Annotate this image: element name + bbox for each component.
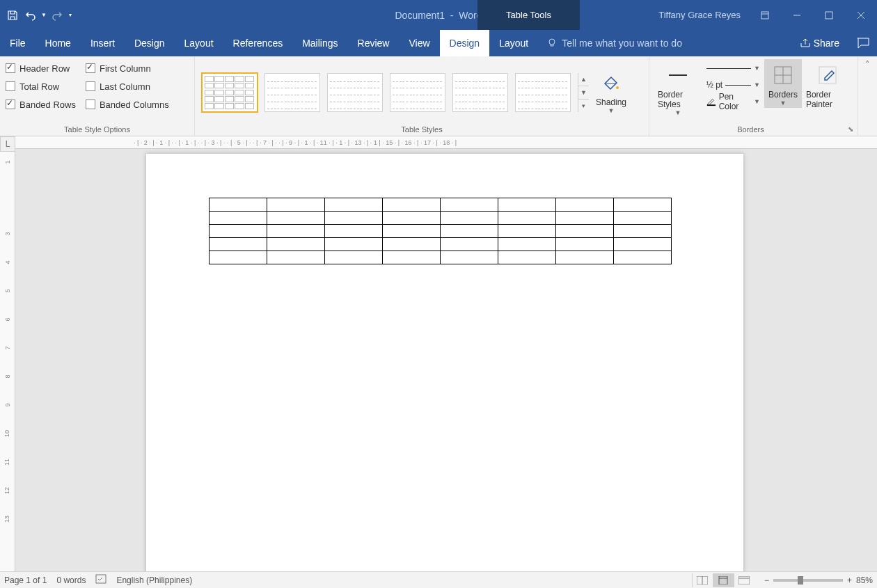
- tab-insert[interactable]: Insert: [81, 30, 125, 56]
- line-style-dropdown[interactable]: ▼: [704, 61, 763, 76]
- status-language[interactable]: English (Philippines): [116, 575, 192, 585]
- status-page[interactable]: Page 1 of 1: [4, 575, 47, 585]
- table-row: [210, 212, 672, 225]
- tab-references[interactable]: References: [223, 30, 293, 56]
- tell-me-placeholder: Tell me what you want to do: [562, 38, 682, 49]
- web-layout-button[interactable]: [734, 573, 754, 587]
- zoom-thumb[interactable]: [798, 576, 803, 585]
- table-style-thumb[interactable]: [327, 73, 383, 112]
- zoom-slider: − + 85%: [764, 575, 873, 585]
- document-table[interactable]: [209, 198, 672, 264]
- undo-dropdown[interactable]: ▼: [40, 7, 47, 24]
- svg-rect-0: [761, 12, 768, 19]
- group-table-styles: ▲ ▼ ▾ Shading ▼ Table Styles: [195, 56, 649, 136]
- checkbox-icon: [86, 81, 95, 91]
- zoom-out-button[interactable]: −: [764, 575, 769, 585]
- line-weight-dropdown[interactable]: ½ pt▼: [704, 77, 763, 93]
- zoom-track[interactable]: [773, 579, 843, 582]
- ribbon-tabs: File Home Insert Design Layout Reference…: [0, 30, 877, 56]
- print-layout-button[interactable]: [713, 573, 734, 587]
- checkbox-icon: [6, 100, 15, 109]
- table-style-thumb[interactable]: [264, 73, 320, 112]
- chevron-down-icon: ▼: [674, 109, 681, 116]
- close-button[interactable]: [845, 0, 877, 30]
- tab-home[interactable]: Home: [35, 30, 81, 56]
- checkbox-icon: [6, 63, 15, 73]
- pen-icon: [706, 96, 716, 107]
- gallery-scrollbar: ▲ ▼ ▾: [578, 73, 589, 112]
- gallery-scroll-up[interactable]: ▲: [578, 73, 589, 86]
- tell-me-search[interactable]: Tell me what you want to do: [538, 30, 789, 56]
- title-bar: ▼ ▾ Document1 - Word Table Tools Tiffany…: [0, 0, 877, 30]
- group-label: Table Style Options: [4, 123, 190, 136]
- tab-design[interactable]: Design: [125, 30, 175, 56]
- checkbox-banded-columns[interactable]: Banded Columns: [84, 95, 171, 113]
- checkbox-icon: [86, 100, 95, 109]
- page[interactable]: [146, 154, 743, 571]
- table-style-thumb[interactable]: [390, 73, 445, 112]
- doc-name: Document1: [395, 10, 445, 21]
- checkbox-icon: [86, 63, 95, 73]
- minimize-button[interactable]: [781, 0, 813, 30]
- border-styles-button[interactable]: Border Styles ▼: [654, 59, 702, 118]
- tab-file[interactable]: File: [0, 30, 35, 56]
- gallery-scroll-down[interactable]: ▼: [578, 86, 589, 100]
- dialog-launcher[interactable]: ⬊: [848, 125, 853, 133]
- undo-button[interactable]: [22, 7, 39, 24]
- chevron-down-icon: ▼: [754, 98, 760, 105]
- table-row: [210, 238, 672, 251]
- read-mode-button[interactable]: [692, 573, 713, 587]
- checkbox-header-row[interactable]: Header Row: [4, 59, 77, 77]
- status-word-count[interactable]: 0 words: [56, 575, 86, 585]
- tab-review[interactable]: Review: [348, 30, 400, 56]
- checkbox-last-column[interactable]: Last Column: [84, 77, 171, 95]
- tab-selector[interactable]: L: [0, 136, 15, 152]
- tab-table-layout[interactable]: Layout: [489, 30, 538, 56]
- pen-color-dropdown[interactable]: Pen Color▼: [704, 94, 763, 109]
- table-style-thumb[interactable]: [452, 73, 508, 112]
- group-borders: Border Styles ▼ ▼ ½ pt▼ Pen Color▼ Borde…: [649, 56, 858, 136]
- quick-access-toolbar: ▼ ▾: [0, 7, 74, 24]
- ribbon: Header Row Total Row Banded Rows First C…: [0, 56, 877, 136]
- gallery-more[interactable]: ▾: [578, 100, 589, 112]
- group-label: Borders ⬊: [654, 123, 853, 136]
- qat-customize[interactable]: ▾: [67, 7, 74, 24]
- tab-mailings[interactable]: Mailings: [292, 30, 347, 56]
- checkbox-first-column[interactable]: First Column: [84, 59, 171, 77]
- share-icon: [800, 38, 811, 49]
- group-label: Table Styles: [199, 123, 645, 136]
- redo-button[interactable]: [49, 7, 65, 24]
- collapse-ribbon-button[interactable]: ˄: [858, 56, 877, 136]
- checkbox-icon: [6, 81, 15, 91]
- horizontal-ruler[interactable]: · | · 2 · | · 1 · | · · | · 1 · | · · | …: [15, 136, 877, 149]
- table-styles-gallery: ▲ ▼ ▾: [199, 70, 592, 112]
- checkbox-total-row[interactable]: Total Row: [4, 77, 77, 95]
- tab-view[interactable]: View: [399, 30, 439, 56]
- table-row: [210, 198, 672, 212]
- ribbon-display-options[interactable]: [749, 0, 781, 30]
- tab-table-design[interactable]: Design: [440, 30, 490, 56]
- chevron-down-icon: ▼: [608, 107, 615, 114]
- shading-button[interactable]: Shading ▼: [592, 67, 631, 116]
- vertical-ruler[interactable]: 1345678910111213: [0, 152, 15, 571]
- save-button[interactable]: [4, 7, 21, 24]
- spelling-icon[interactable]: [95, 574, 106, 586]
- svg-rect-5: [707, 104, 716, 106]
- table-style-thumb[interactable]: [202, 73, 258, 112]
- comments-button[interactable]: [849, 30, 877, 56]
- border-painter-button[interactable]: Border Painter: [802, 59, 853, 111]
- maximize-button[interactable]: [813, 0, 845, 30]
- chevron-down-icon: ▼: [754, 81, 760, 88]
- group-table-style-options: Header Row Total Row Banded Rows First C…: [0, 56, 195, 136]
- status-bar: Page 1 of 1 0 words English (Philippines…: [0, 571, 877, 588]
- user-name: Tiffany Grace Reyes: [650, 10, 749, 20]
- comment-icon: [857, 38, 869, 49]
- zoom-level[interactable]: 85%: [856, 575, 873, 585]
- share-button[interactable]: Share: [790, 30, 849, 56]
- lightbulb-icon: [546, 38, 558, 49]
- table-style-thumb[interactable]: [515, 73, 571, 112]
- checkbox-banded-rows[interactable]: Banded Rows: [4, 95, 77, 113]
- zoom-in-button[interactable]: +: [847, 575, 852, 585]
- tab-layout[interactable]: Layout: [175, 30, 223, 56]
- borders-button[interactable]: Borders ▼: [764, 59, 802, 108]
